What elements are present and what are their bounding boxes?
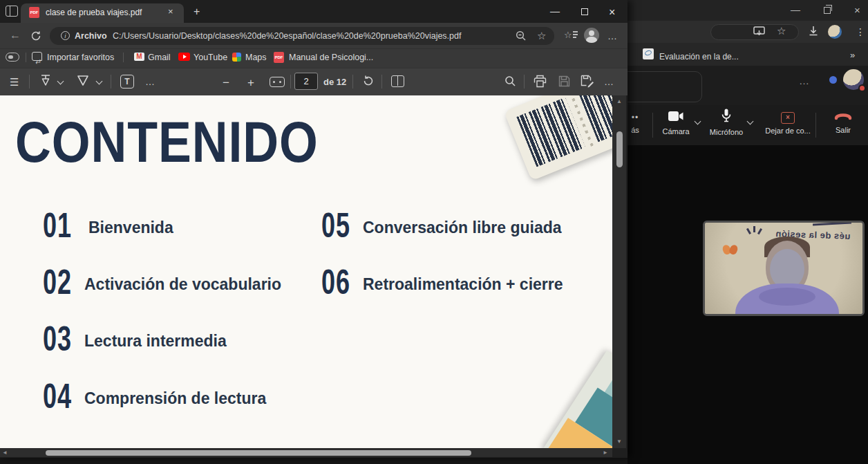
zoom-in-button[interactable]: + <box>247 76 254 90</box>
new-tab-button[interactable]: + <box>194 6 200 18</box>
page-view-icon[interactable] <box>391 75 404 87</box>
pdf-bookmark-icon: PDF <box>274 52 284 63</box>
stop-sharing-button[interactable]: × Dejar de co... <box>763 110 813 135</box>
toolbar-divider <box>381 75 382 89</box>
item-label: Lectura intermedia <box>84 332 227 351</box>
pdf-file-icon: PDF <box>29 7 39 18</box>
file-info-icon[interactable]: i <box>61 31 70 40</box>
download-icon[interactable] <box>809 26 818 37</box>
controls-divider <box>652 113 653 138</box>
bookmarks-overflow-icon[interactable]: » <box>850 50 855 60</box>
sidebar-toggle-icon[interactable] <box>6 53 19 62</box>
meeting-more-options-icon[interactable]: … <box>799 75 810 86</box>
tab-actions-icon[interactable] <box>6 6 18 17</box>
toolbar-divider <box>290 75 291 89</box>
more-dots-icon: •• <box>632 113 639 122</box>
camera-label: Cámara <box>661 127 691 136</box>
pdf-page: CONTENIDO 01 Bienvenida 02 Activación de… <box>0 95 612 448</box>
stop-sharing-icon: × <box>781 112 795 124</box>
favorite-gmail[interactable]: Gmail <box>148 53 171 62</box>
hangup-phone-icon <box>834 112 852 120</box>
zoom-out-button[interactable]: − <box>223 76 229 90</box>
address-url-text: C:/Users/Usuario/Desktop/clases%20de%20e… <box>113 31 461 41</box>
toolbar-divider <box>111 75 111 89</box>
save-as-icon[interactable] <box>581 75 594 88</box>
bookmark-star-icon[interactable]: ☆ <box>777 25 786 37</box>
item-number: 05 <box>321 206 350 245</box>
address-scheme-label: Archivo <box>75 31 107 41</box>
screen: — × ☆ ⋮ Evaluación en la de... » … •• ás <box>0 0 868 464</box>
barcode-ticket-graphic <box>504 95 612 181</box>
vertical-scrollbar-thumb[interactable] <box>616 131 623 167</box>
more-button-partial[interactable]: •• ás <box>625 111 645 134</box>
edge-pdf-window: PDF clase de prueba viajes.pdf × + — × ←… <box>0 0 628 458</box>
scroll-up-icon[interactable]: ▲ <box>616 98 622 104</box>
webcam-feed[interactable]: ués de la sesión <box>703 221 865 316</box>
toolbar-divider <box>352 75 353 89</box>
import-favorites-button[interactable]: Importar favoritos <box>47 53 114 62</box>
meeting-restore-button[interactable] <box>824 7 831 14</box>
favorites-list-icon[interactable]: ☆ <box>564 28 578 41</box>
slide-title: CONTENIDO <box>15 108 319 176</box>
pdf-search-icon[interactable] <box>504 75 516 87</box>
refresh-button[interactable] <box>30 30 41 41</box>
annotate-pen-icon[interactable] <box>39 73 53 89</box>
browser-profile-avatar[interactable] <box>828 25 842 39</box>
settings-menu-icon[interactable]: … <box>607 30 618 41</box>
meeting-browser-window: — × ☆ ⋮ Evaluación en la de... » … •• ás <box>628 0 868 464</box>
back-button[interactable]: ← <box>10 29 21 41</box>
leave-label: Salir <box>824 126 862 134</box>
stop-sharing-label: Dejar de co... <box>763 127 813 135</box>
controls-divider <box>815 113 816 138</box>
notification-dot <box>829 76 837 84</box>
zoom-page-icon[interactable] <box>516 30 527 41</box>
item-number: 06 <box>321 263 350 301</box>
pdf-toolbar-menu-icon[interactable]: … <box>604 76 614 87</box>
add-text-icon[interactable]: T <box>120 75 134 89</box>
favorite-star-icon[interactable]: ☆ <box>537 30 546 42</box>
item-label: Activación de vocabulario <box>84 275 281 294</box>
window-minimize-button[interactable]: — <box>550 6 560 17</box>
item-number: 01 <box>43 206 72 245</box>
toolbar-divider <box>29 75 30 89</box>
page-number-input[interactable]: 2 <box>294 73 318 90</box>
favorite-manual[interactable]: Manual de Psicologi... <box>289 53 373 62</box>
scroll-down-icon[interactable]: ▼ <box>616 438 622 445</box>
cast-save-icon[interactable] <box>753 26 765 37</box>
print-icon[interactable] <box>534 75 547 88</box>
microphone-button[interactable]: Micrófono <box>709 109 744 136</box>
tab-close-icon[interactable]: × <box>168 6 173 17</box>
person-hood <box>759 288 815 306</box>
meeting-minimize-button[interactable]: — <box>791 4 800 15</box>
toc-icon[interactable]: ☰ <box>10 76 19 89</box>
save-icon[interactable] <box>558 75 570 87</box>
bookmark-item[interactable]: Evaluación en la de... <box>659 52 739 62</box>
item-number: 03 <box>43 319 72 358</box>
youtube-icon <box>178 53 190 61</box>
scroll-right-icon[interactable]: ► <box>603 449 608 456</box>
window-maximize-button[interactable] <box>581 8 588 15</box>
microphone-icon <box>721 109 731 122</box>
fit-to-width-icon[interactable] <box>270 77 285 87</box>
item-label: Conversación libre guiada <box>363 219 562 237</box>
camera-button[interactable]: Cámara <box>661 111 691 136</box>
highlighter-icon[interactable] <box>76 75 90 87</box>
leave-button[interactable]: Salir <box>824 111 862 134</box>
tab-title: clase de prueba viajes.pdf <box>46 8 142 17</box>
microphone-label: Micrófono <box>709 128 744 136</box>
camera-icon <box>668 111 684 122</box>
browser-menu-icon[interactable]: ⋮ <box>856 26 865 37</box>
rotate-icon[interactable] <box>362 75 375 87</box>
window-close-button[interactable]: × <box>609 6 615 19</box>
import-favorites-icon: ⇄ <box>32 52 42 61</box>
meeting-close-button[interactable]: × <box>854 4 860 16</box>
item-label: Comprensión de lectura <box>84 389 266 408</box>
pdf-more-tools-icon[interactable]: … <box>145 76 155 87</box>
scroll-left-icon[interactable]: ◄ <box>2 449 8 456</box>
map-brochure-graphic <box>542 351 612 448</box>
horizontal-scrollbar-thumb[interactable] <box>46 450 471 456</box>
favbar-divider <box>123 53 124 62</box>
profile-avatar[interactable] <box>584 28 599 43</box>
favorite-maps[interactable]: Maps <box>245 53 267 62</box>
favorite-youtube[interactable]: YouTube <box>194 53 227 62</box>
